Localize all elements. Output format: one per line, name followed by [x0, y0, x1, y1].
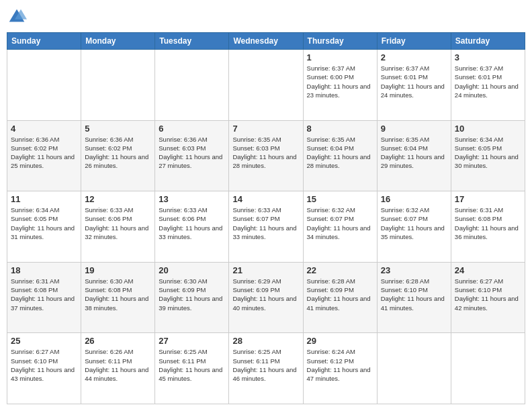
table-row — [229, 50, 303, 121]
table-row: 15Sunrise: 6:32 AM Sunset: 6:07 PM Dayli… — [303, 191, 377, 263]
calendar-week-row: 4Sunrise: 6:36 AM Sunset: 6:02 PM Daylig… — [7, 120, 525, 191]
table-row: 25Sunrise: 6:27 AM Sunset: 6:10 PM Dayli… — [7, 333, 81, 404]
day-number: 5 — [85, 124, 151, 134]
col-header-wednesday: Wednesday — [229, 33, 303, 50]
table-row: 24Sunrise: 6:27 AM Sunset: 6:10 PM Dayli… — [451, 262, 525, 333]
day-info: Sunrise: 6:35 AM Sunset: 6:03 PM Dayligh… — [232, 135, 299, 171]
day-number: 13 — [159, 194, 225, 204]
table-row: 14Sunrise: 6:33 AM Sunset: 6:07 PM Dayli… — [229, 191, 303, 263]
day-info: Sunrise: 6:33 AM Sunset: 6:07 PM Dayligh… — [232, 205, 299, 241]
table-row: 6Sunrise: 6:36 AM Sunset: 6:03 PM Daylig… — [155, 120, 229, 191]
day-info: Sunrise: 6:32 AM Sunset: 6:07 PM Dayligh… — [381, 205, 447, 241]
day-number: 19 — [85, 265, 151, 275]
table-row: 26Sunrise: 6:26 AM Sunset: 6:11 PM Dayli… — [81, 333, 155, 404]
day-info: Sunrise: 6:33 AM Sunset: 6:06 PM Dayligh… — [85, 205, 151, 241]
day-number: 2 — [381, 52, 447, 62]
day-number: 27 — [159, 336, 225, 346]
table-row: 17Sunrise: 6:31 AM Sunset: 6:08 PM Dayli… — [451, 191, 525, 263]
day-number: 20 — [159, 265, 225, 275]
table-row: 22Sunrise: 6:28 AM Sunset: 6:09 PM Dayli… — [303, 262, 377, 333]
table-row: 5Sunrise: 6:36 AM Sunset: 6:02 PM Daylig… — [81, 120, 155, 191]
day-number: 28 — [232, 336, 299, 346]
col-header-saturday: Saturday — [451, 33, 525, 50]
day-number: 22 — [307, 265, 373, 275]
day-number: 7 — [232, 124, 299, 134]
day-info: Sunrise: 6:32 AM Sunset: 6:07 PM Dayligh… — [307, 205, 373, 241]
day-number: 16 — [381, 194, 447, 204]
day-number: 18 — [11, 265, 77, 275]
day-number: 4 — [11, 124, 77, 134]
calendar-header-row: Sunday Monday Tuesday Wednesday Thursday… — [7, 33, 525, 50]
table-row — [7, 50, 81, 121]
table-row: 1Sunrise: 6:37 AM Sunset: 6:00 PM Daylig… — [303, 50, 377, 121]
day-info: Sunrise: 6:27 AM Sunset: 6:10 PM Dayligh… — [455, 277, 521, 312]
day-number: 10 — [455, 124, 521, 134]
day-info: Sunrise: 6:25 AM Sunset: 6:11 PM Dayligh… — [159, 347, 225, 383]
calendar-week-row: 11Sunrise: 6:34 AM Sunset: 6:05 PM Dayli… — [7, 191, 525, 263]
day-info: Sunrise: 6:37 AM Sunset: 6:01 PM Dayligh… — [381, 64, 447, 99]
day-number: 24 — [455, 265, 521, 275]
day-number: 25 — [11, 336, 77, 346]
calendar-week-row: 1Sunrise: 6:37 AM Sunset: 6:00 PM Daylig… — [7, 50, 525, 121]
table-row: 3Sunrise: 6:37 AM Sunset: 6:01 PM Daylig… — [451, 50, 525, 121]
day-info: Sunrise: 6:36 AM Sunset: 6:03 PM Dayligh… — [159, 135, 225, 171]
table-row: 12Sunrise: 6:33 AM Sunset: 6:06 PM Dayli… — [81, 191, 155, 263]
table-row: 10Sunrise: 6:34 AM Sunset: 6:05 PM Dayli… — [451, 120, 525, 191]
day-number: 12 — [85, 194, 151, 204]
day-number: 15 — [307, 194, 373, 204]
day-number: 1 — [307, 52, 373, 62]
table-row: 23Sunrise: 6:28 AM Sunset: 6:10 PM Dayli… — [377, 262, 451, 333]
day-info: Sunrise: 6:28 AM Sunset: 6:10 PM Dayligh… — [381, 277, 447, 312]
calendar-week-row: 25Sunrise: 6:27 AM Sunset: 6:10 PM Dayli… — [7, 333, 525, 404]
col-header-thursday: Thursday — [303, 33, 377, 50]
calendar-table: Sunday Monday Tuesday Wednesday Thursday… — [7, 32, 525, 404]
page: Sunday Monday Tuesday Wednesday Thursday… — [0, 0, 532, 411]
day-number: 17 — [455, 194, 521, 204]
day-info: Sunrise: 6:30 AM Sunset: 6:09 PM Dayligh… — [159, 277, 225, 312]
day-number: 21 — [232, 265, 299, 275]
day-info: Sunrise: 6:34 AM Sunset: 6:05 PM Dayligh… — [455, 135, 521, 171]
day-info: Sunrise: 6:26 AM Sunset: 6:11 PM Dayligh… — [85, 347, 151, 383]
table-row: 9Sunrise: 6:35 AM Sunset: 6:04 PM Daylig… — [377, 120, 451, 191]
table-row: 7Sunrise: 6:35 AM Sunset: 6:03 PM Daylig… — [229, 120, 303, 191]
day-info: Sunrise: 6:35 AM Sunset: 6:04 PM Dayligh… — [307, 135, 373, 171]
day-number: 8 — [307, 124, 373, 134]
table-row — [377, 333, 451, 404]
day-number: 11 — [11, 194, 77, 204]
day-info: Sunrise: 6:29 AM Sunset: 6:09 PM Dayligh… — [232, 277, 299, 312]
day-number: 29 — [307, 336, 373, 346]
day-info: Sunrise: 6:33 AM Sunset: 6:06 PM Dayligh… — [159, 205, 225, 241]
table-row: 29Sunrise: 6:24 AM Sunset: 6:12 PM Dayli… — [303, 333, 377, 404]
day-info: Sunrise: 6:24 AM Sunset: 6:12 PM Dayligh… — [307, 347, 373, 383]
table-row: 4Sunrise: 6:36 AM Sunset: 6:02 PM Daylig… — [7, 120, 81, 191]
table-row: 2Sunrise: 6:37 AM Sunset: 6:01 PM Daylig… — [377, 50, 451, 121]
day-number: 26 — [85, 336, 151, 346]
table-row: 13Sunrise: 6:33 AM Sunset: 6:06 PM Dayli… — [155, 191, 229, 263]
table-row: 16Sunrise: 6:32 AM Sunset: 6:07 PM Dayli… — [377, 191, 451, 263]
day-number: 9 — [381, 124, 447, 134]
day-info: Sunrise: 6:35 AM Sunset: 6:04 PM Dayligh… — [381, 135, 447, 171]
col-header-tuesday: Tuesday — [155, 33, 229, 50]
logo — [7, 7, 30, 27]
day-info: Sunrise: 6:37 AM Sunset: 6:01 PM Dayligh… — [455, 64, 521, 99]
table-row — [155, 50, 229, 121]
table-row: 11Sunrise: 6:34 AM Sunset: 6:05 PM Dayli… — [7, 191, 81, 263]
calendar-week-row: 18Sunrise: 6:31 AM Sunset: 6:08 PM Dayli… — [7, 262, 525, 333]
day-info: Sunrise: 6:34 AM Sunset: 6:05 PM Dayligh… — [11, 205, 77, 241]
logo-icon — [7, 7, 27, 27]
table-row: 27Sunrise: 6:25 AM Sunset: 6:11 PM Dayli… — [155, 333, 229, 404]
day-info: Sunrise: 6:30 AM Sunset: 6:08 PM Dayligh… — [85, 277, 151, 312]
day-info: Sunrise: 6:37 AM Sunset: 6:00 PM Dayligh… — [307, 64, 373, 99]
col-header-friday: Friday — [377, 33, 451, 50]
table-row: 20Sunrise: 6:30 AM Sunset: 6:09 PM Dayli… — [155, 262, 229, 333]
day-info: Sunrise: 6:27 AM Sunset: 6:10 PM Dayligh… — [11, 347, 77, 383]
table-row: 28Sunrise: 6:25 AM Sunset: 6:11 PM Dayli… — [229, 333, 303, 404]
day-info: Sunrise: 6:28 AM Sunset: 6:09 PM Dayligh… — [307, 277, 373, 312]
day-info: Sunrise: 6:31 AM Sunset: 6:08 PM Dayligh… — [11, 277, 77, 312]
col-header-monday: Monday — [81, 33, 155, 50]
col-header-sunday: Sunday — [7, 33, 81, 50]
day-number: 6 — [159, 124, 225, 134]
day-info: Sunrise: 6:25 AM Sunset: 6:11 PM Dayligh… — [232, 347, 299, 383]
day-number: 14 — [232, 194, 299, 204]
table-row: 21Sunrise: 6:29 AM Sunset: 6:09 PM Dayli… — [229, 262, 303, 333]
